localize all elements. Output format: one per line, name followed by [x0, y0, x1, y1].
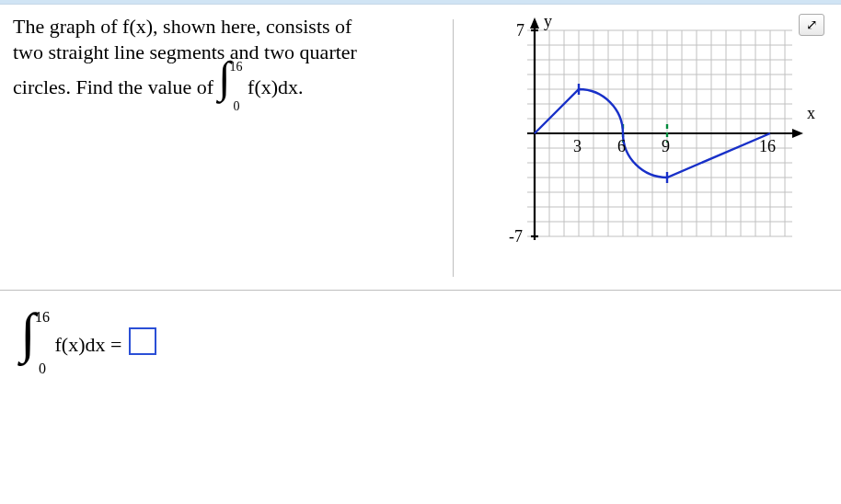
answer-lower-bound: 0 — [39, 361, 46, 377]
y-axis-label: y — [544, 14, 552, 30]
integral-upper-bound: 16 — [230, 59, 243, 75]
answer-upper-bound: 16 — [35, 309, 50, 326]
answer-row: ∫ 16 0 f(x)dx = — [0, 291, 841, 372]
y-tick-7: 7 — [516, 21, 524, 40]
y-axis-arrow — [530, 17, 539, 29]
x-tick-16: 16 — [759, 137, 776, 155]
x-tick-3: 3 — [573, 137, 582, 155]
x-tick-9: 9 — [662, 137, 670, 155]
graph-panel: ⤢ — [454, 5, 841, 290]
problem-line-3: circles. Find the value of ∫ 16 0 f(x)dx… — [13, 66, 445, 109]
x-axis-arrow — [792, 129, 803, 138]
problem-text: The graph of f(x), shown here, consists … — [0, 5, 453, 290]
expand-icon: ⤢ — [806, 17, 818, 33]
integral-symbol: ∫ 16 0 — [219, 66, 243, 109]
answer-input[interactable] — [129, 327, 156, 355]
x-axis-label: x — [807, 104, 815, 122]
graph-plot: y x 7 -7 3 6 9 16 — [509, 14, 815, 246]
equals-sign: = — [110, 333, 127, 356]
x-tick-6: 6 — [617, 137, 626, 155]
upper-panel: The graph of f(x), shown here, consists … — [0, 5, 841, 291]
problem-line-1: The graph of f(x), shown here, consists … — [13, 14, 445, 40]
graph-svg: y x 7 -7 3 6 9 16 — [470, 14, 820, 253]
y-tick-neg7: -7 — [509, 227, 523, 246]
page: The graph of f(x), shown here, consists … — [0, 0, 841, 504]
answer-integrand: f(x)dx — [55, 333, 106, 356]
integral-glyph-icon: ∫ — [20, 305, 35, 361]
answer-integral: ∫ 16 0 — [20, 316, 50, 372]
integral-lower-bound: 0 — [234, 98, 240, 115]
expand-button[interactable]: ⤢ — [799, 14, 824, 36]
integrand: f(x)dx. — [248, 75, 303, 98]
problem-line-3a: circles. Find the value of — [13, 75, 213, 98]
